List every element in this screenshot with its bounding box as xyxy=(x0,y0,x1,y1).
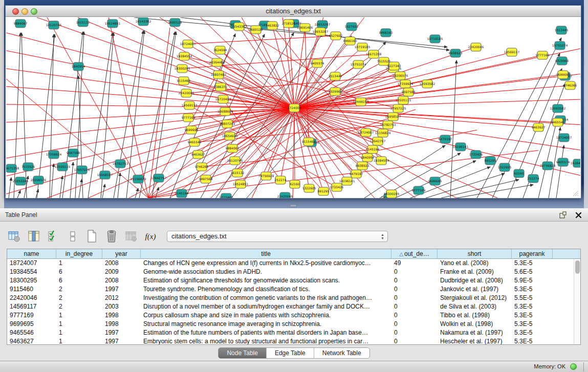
graph-node[interactable]: 62160 xyxy=(290,180,300,188)
graph-node[interactable]: 62160 xyxy=(514,169,524,178)
graph-node[interactable]: 13942757 xyxy=(151,174,167,182)
float-window-icon[interactable] xyxy=(558,210,568,220)
graph-node[interactable]: 9699695 xyxy=(185,126,199,134)
graph-node[interactable]: 17359924 xyxy=(46,150,62,159)
graph-node[interactable]: 9884067 xyxy=(14,19,28,28)
table-row[interactable]: 969969511998Structural magnetic resonanc… xyxy=(7,320,574,329)
graph-node[interactable]: 15751074 xyxy=(552,41,568,50)
graph-node[interactable]: 22420046 xyxy=(468,43,484,51)
graph-node[interactable]: 7515526 xyxy=(21,163,35,171)
table-row[interactable]: 1938455462009Genome-wide association stu… xyxy=(7,268,574,276)
panel-splitter-handle[interactable] xyxy=(290,204,297,207)
graph-node[interactable]: 1840954 xyxy=(72,62,85,71)
graph-node[interactable]: 9777169 xyxy=(536,51,550,59)
graph-node[interactable]: 16671358 xyxy=(366,50,382,58)
graph-node[interactable]: 9097588 xyxy=(67,149,80,157)
graph-node[interactable]: 7463822 xyxy=(266,21,279,30)
graph-node[interactable]: 9115460 xyxy=(220,193,233,198)
graph-node[interactable]: 252274 xyxy=(528,174,539,183)
merge-rows-icon[interactable] xyxy=(66,229,80,244)
graph-node[interactable]: 16671358 xyxy=(6,164,19,172)
graph-node[interactable]: 16782753 xyxy=(380,121,396,129)
table-row[interactable]: 1872400712008Changes of HCN gene express… xyxy=(7,259,574,268)
graph-node[interactable]: 17957225 xyxy=(390,104,406,113)
graph-node[interactable]: 1840954 xyxy=(361,154,375,162)
graph-node[interactable]: 10120746 xyxy=(227,157,243,165)
graph-node[interactable]: 8938923 xyxy=(356,162,369,170)
graph-node[interactable]: 9660128 xyxy=(249,26,263,34)
graph-node[interactable]: 6479197 xyxy=(439,135,452,143)
graph-node[interactable]: 1615132 xyxy=(231,169,245,177)
column-header-name[interactable]: name xyxy=(7,249,56,258)
graph-node[interactable]: 9329966 xyxy=(329,87,342,96)
graph-node[interactable]: 891295 xyxy=(318,187,330,195)
graph-node[interactable]: 3624594 xyxy=(213,46,227,54)
graph-node[interactable]: 9465546 xyxy=(188,138,202,146)
graph-node[interactable]: 19524851 xyxy=(233,180,249,188)
function-builder-icon[interactable]: f(x) xyxy=(143,229,158,244)
graph-node[interactable]: 7386372 xyxy=(214,83,228,91)
graph-node[interactable]: 8466160 xyxy=(379,29,393,37)
table-selector-dropdown[interactable]: citations_edges.txt ▲▼ xyxy=(167,231,388,242)
graph-node[interactable]: 6479197 xyxy=(350,170,363,178)
graph-node[interactable]: 9097588 xyxy=(402,88,416,96)
tab-edge-table[interactable]: Edge Table xyxy=(267,348,314,358)
graph-node[interactable]: 891295 xyxy=(485,157,496,165)
graph-node[interactable]: 1733426 xyxy=(330,183,344,191)
graph-node[interactable]: 1145194 xyxy=(175,189,189,198)
table-scrollbar-thumb[interactable] xyxy=(575,260,580,274)
graph-node[interactable]: 1733426 xyxy=(469,150,483,159)
graph-node[interactable]: 10719185 xyxy=(427,35,443,43)
column-header-out_de[interactable]: △out_de… xyxy=(391,249,438,258)
graph-node[interactable]: 9405574 xyxy=(311,59,324,68)
new-file-icon[interactable] xyxy=(85,229,99,244)
graph-node[interactable]: 8938923 xyxy=(449,49,463,57)
graph-node[interactable]: 9115460 xyxy=(177,77,191,85)
graph-node[interactable]: 79756928 xyxy=(540,162,556,170)
graph-node[interactable]: 9227343 xyxy=(387,62,401,70)
graph-node[interactable]: 9884067 xyxy=(226,144,239,152)
column-header-title[interactable]: title xyxy=(141,249,391,258)
close-icon[interactable] xyxy=(574,210,583,220)
graph-node[interactable]: 9497568 xyxy=(199,175,213,183)
graph-node[interactable]: 1322605 xyxy=(302,184,316,192)
graph-node[interactable]: 1322605 xyxy=(498,163,512,171)
graph-node[interactable]: 15751074 xyxy=(351,60,366,69)
graph-node[interactable]: 22420046 xyxy=(179,89,194,97)
graph-node[interactable]: 9463627 xyxy=(191,150,205,159)
graph-node[interactable]: 20206576 xyxy=(31,176,47,184)
column-header-pagerank[interactable]: pagerank xyxy=(512,249,553,258)
table-row[interactable]: 1456911722003Disruption of a novel membe… xyxy=(7,302,574,311)
graph-node[interactable]: 14196141 xyxy=(453,143,469,151)
tab-network-table[interactable]: Network Table xyxy=(314,348,369,358)
network-canvas[interactable]: 9884067101207461615132195248511654338296… xyxy=(6,17,580,198)
graph-node[interactable]: 18724007 xyxy=(180,40,196,48)
graph-node[interactable]: 1145194 xyxy=(366,145,380,154)
graph-node[interactable]: 13505115 xyxy=(396,96,411,104)
table-row[interactable]: 977716911998Corpus callosum shape and si… xyxy=(7,311,574,320)
graph-node[interactable]: 19384554 xyxy=(374,157,389,165)
table-options-icon[interactable] xyxy=(7,229,21,244)
graph-node[interactable]: 9465546 xyxy=(551,118,565,126)
delete-table-icon[interactable] xyxy=(124,229,138,244)
column-header-in_degree[interactable]: in_degree xyxy=(56,249,102,258)
table-row[interactable]: 1830029562008Estimation of significance … xyxy=(7,276,574,285)
graph-node[interactable]: 252274 xyxy=(275,176,287,184)
network-view-window[interactable]: citations_edges.txt 98840671012074616151… xyxy=(5,5,581,199)
graph-node[interactable]: 9115460 xyxy=(302,138,316,146)
graph-node[interactable]: 19384554 xyxy=(571,159,580,167)
graph-node[interactable]: 9746266 xyxy=(563,81,577,90)
graph-node[interactable]: 9777169 xyxy=(412,186,426,194)
graph-node[interactable]: 9699695 xyxy=(556,71,570,79)
graph-node[interactable]: 1527602 xyxy=(345,23,359,31)
graph-node[interactable]: 19524851 xyxy=(105,19,121,28)
graph-node[interactable]: 2718126 xyxy=(282,19,296,28)
graph-node[interactable]: 9329966 xyxy=(555,57,569,65)
graph-node[interactable]: 9699695 xyxy=(428,177,442,185)
graph-node[interactable]: 9777169 xyxy=(182,114,195,122)
graph-node[interactable]: 9463627 xyxy=(532,123,546,132)
column-header-short[interactable]: short xyxy=(438,249,512,258)
graph-node[interactable]: 22420046 xyxy=(277,192,293,198)
graph-node[interactable]: 18300295 xyxy=(175,64,190,73)
graph-node[interactable]: 1724009 xyxy=(288,104,301,112)
